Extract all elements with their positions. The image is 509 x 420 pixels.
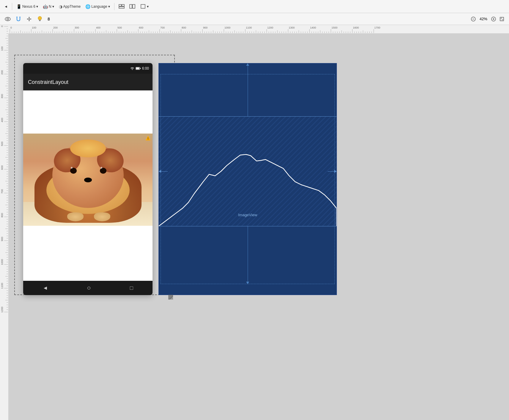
magnet-icon <box>16 16 21 22</box>
layout-design-btn[interactable] <box>117 3 126 10</box>
phone-content: ! <box>23 90 153 281</box>
android-icon: 🤖 <box>43 4 48 9</box>
svg-text:!: ! <box>147 137 148 140</box>
status-icons: 6:00 <box>130 66 149 70</box>
language-selector[interactable]: 🌐 Language ▾ <box>84 3 111 10</box>
design-canvas[interactable]: 6:00 ConstraintLayout <box>8 33 509 420</box>
back-button[interactable]: ◄ <box>2 4 10 10</box>
svg-marker-12 <box>29 17 30 18</box>
vertical-ruler <box>0 25 8 420</box>
bp-arrow-top-line <box>248 63 248 116</box>
warning-badge: ! <box>145 135 151 142</box>
bp-arrow-left-head <box>159 170 161 173</box>
svg-marker-14 <box>27 18 28 20</box>
bp-arrow-top-head <box>246 63 249 66</box>
phone-status-bar: 6:00 <box>23 63 153 74</box>
phone-appbar: ConstraintLayout <box>23 74 153 90</box>
svg-rect-30 <box>140 68 141 69</box>
svg-marker-13 <box>29 20 30 21</box>
bp-imageview-container: ImageView <box>159 116 337 226</box>
svg-rect-23 <box>500 17 504 21</box>
nav-home-btn[interactable]: ○ <box>87 284 91 292</box>
zoom-in-icon <box>491 17 496 21</box>
zoom-controls: 42% <box>470 15 505 23</box>
top-toolbar: ◄ 📱 Nexus 6 ▾ 🤖 N ▾ ◑ AppTheme 🌐 Languag… <box>0 0 509 13</box>
nav-back-btn[interactable]: ◄ <box>43 285 48 291</box>
bulb-icon <box>37 16 42 22</box>
bp-dashed-top <box>161 74 335 74</box>
phone-mockup[interactable]: 6:00 ConstraintLayout <box>23 63 153 295</box>
globe-icon: 🌐 <box>85 4 90 9</box>
imageview-label: ImageView <box>238 213 257 217</box>
bp-arrow-bottom-line <box>248 226 248 284</box>
dog-image-view[interactable]: ! <box>23 134 153 226</box>
divider-1 <box>12 3 12 10</box>
device-selector[interactable]: 📱 Nexus 6 ▾ <box>15 3 40 10</box>
eye-icon <box>5 17 11 21</box>
language-label: Language <box>91 4 107 9</box>
appbar-title: ConstraintLayout <box>28 79 68 85</box>
layout-icon-3 <box>140 4 146 9</box>
svg-rect-5 <box>141 4 145 8</box>
blueprint-panel[interactable]: ImageView <box>158 63 337 295</box>
magnet-tool[interactable] <box>14 15 23 23</box>
svg-marker-15 <box>30 18 32 20</box>
bulb-tool[interactable] <box>36 15 44 23</box>
apptheme-selector[interactable]: ◑ AppTheme <box>57 3 83 10</box>
phone-icon: 📱 <box>16 4 21 9</box>
resize-handle[interactable] <box>168 295 173 300</box>
layout-blueprint-btn[interactable] <box>128 3 137 10</box>
wifi-icon <box>130 67 134 70</box>
svg-point-7 <box>7 18 9 20</box>
number-badge: 8 <box>46 15 51 23</box>
chevron-down-icon-4: ▾ <box>147 4 149 9</box>
svg-rect-4 <box>133 4 135 8</box>
svg-rect-1 <box>122 4 124 6</box>
bp-mountain-chart <box>159 117 337 226</box>
chevron-down-icon-2: ▾ <box>52 4 54 9</box>
api-label: N <box>49 4 51 9</box>
zoom-in-button[interactable] <box>490 15 497 23</box>
layout-icon-2 <box>129 4 135 9</box>
bp-arrow-right-head <box>334 170 337 173</box>
phone-navbar: ◄ ○ □ <box>23 281 153 295</box>
svg-rect-29 <box>136 68 139 69</box>
zoom-out-button[interactable] <box>470 15 477 23</box>
resize-icon <box>168 295 173 300</box>
svg-rect-16 <box>39 20 41 21</box>
arrows-tool[interactable] <box>25 15 33 23</box>
nav-recent-btn[interactable]: □ <box>130 285 133 291</box>
eye-tool[interactable] <box>4 15 12 23</box>
battery-icon <box>136 67 141 70</box>
svg-rect-2 <box>119 7 124 8</box>
chevron-down-icon: ▾ <box>36 4 38 9</box>
theme-icon: ◑ <box>59 4 62 9</box>
svg-point-6 <box>5 17 10 21</box>
fullscreen-icon <box>499 17 504 21</box>
layout-single-btn[interactable]: ▾ <box>138 3 150 10</box>
fullscreen-button[interactable] <box>498 15 505 23</box>
horizontal-ruler <box>8 25 509 33</box>
bp-dashed-bottom <box>161 284 335 284</box>
layout-icon-1 <box>119 4 125 9</box>
apptheme-label: AppTheme <box>63 4 81 9</box>
divider-2 <box>114 3 114 10</box>
api-selector[interactable]: 🤖 N ▾ <box>41 3 56 10</box>
phone-screen: 6:00 ConstraintLayout <box>23 63 153 295</box>
zoom-out-icon <box>471 17 476 21</box>
svg-rect-0 <box>119 4 121 6</box>
back-icon: ◄ <box>4 4 8 9</box>
svg-rect-3 <box>130 4 132 8</box>
zoom-level: 42% <box>478 17 489 21</box>
secondary-toolbar: 8 42% <box>0 13 509 25</box>
status-time: 6:00 <box>142 66 149 70</box>
chevron-down-icon-3: ▾ <box>108 4 110 9</box>
svg-rect-17 <box>39 21 41 21</box>
arrows-icon <box>26 16 32 22</box>
canvas-area: 6:00 ConstraintLayout <box>0 25 509 420</box>
svg-marker-35 <box>168 295 173 300</box>
device-label: Nexus 6 <box>22 4 35 9</box>
